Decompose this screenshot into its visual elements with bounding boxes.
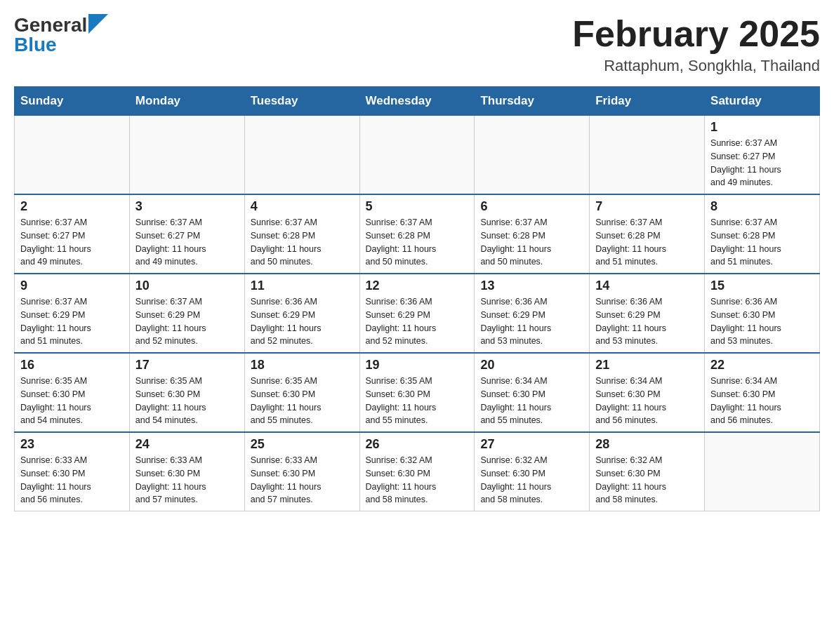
calendar-day-cell — [15, 116, 130, 195]
calendar-day-cell: 1Sunrise: 6:37 AMSunset: 6:27 PMDaylight… — [705, 116, 820, 195]
day-info: Sunrise: 6:35 AMSunset: 6:30 PMDaylight:… — [251, 375, 354, 427]
calendar-day-cell: 11Sunrise: 6:36 AMSunset: 6:29 PMDayligh… — [244, 274, 359, 353]
weekday-header-friday: Friday — [590, 87, 705, 116]
day-number: 24 — [135, 437, 239, 452]
calendar-day-cell: 12Sunrise: 6:36 AMSunset: 6:29 PMDayligh… — [359, 274, 475, 353]
day-info: Sunrise: 6:37 AMSunset: 6:27 PMDaylight:… — [710, 137, 814, 189]
day-number: 1 — [710, 120, 814, 135]
day-info: Sunrise: 6:36 AMSunset: 6:29 PMDaylight:… — [251, 295, 354, 348]
day-number: 22 — [710, 358, 814, 373]
calendar-day-cell: 28Sunrise: 6:32 AMSunset: 6:30 PMDayligh… — [590, 432, 705, 511]
calendar-day-cell: 4Sunrise: 6:37 AMSunset: 6:28 PMDaylight… — [244, 194, 359, 274]
day-info: Sunrise: 6:37 AMSunset: 6:29 PMDaylight:… — [20, 295, 124, 348]
day-number: 4 — [251, 199, 354, 214]
calendar-day-cell — [359, 116, 475, 195]
calendar-day-cell — [590, 116, 705, 195]
calendar-day-cell: 14Sunrise: 6:36 AMSunset: 6:29 PMDayligh… — [590, 274, 705, 353]
calendar-day-cell — [705, 432, 820, 511]
day-number: 23 — [20, 437, 124, 452]
logo-blue-text: Blue — [14, 34, 57, 56]
day-info: Sunrise: 6:37 AMSunset: 6:27 PMDaylight:… — [20, 216, 124, 269]
location-subtitle: Rattaphum, Songkhla, Thailand — [572, 57, 820, 75]
calendar-week-row: 23Sunrise: 6:33 AMSunset: 6:30 PMDayligh… — [15, 432, 820, 511]
day-info: Sunrise: 6:37 AMSunset: 6:28 PMDaylight:… — [710, 216, 814, 269]
day-number: 10 — [135, 279, 239, 293]
day-info: Sunrise: 6:37 AMSunset: 6:28 PMDaylight:… — [366, 216, 469, 269]
calendar-day-cell: 19Sunrise: 6:35 AMSunset: 6:30 PMDayligh… — [359, 353, 475, 432]
calendar-day-cell: 22Sunrise: 6:34 AMSunset: 6:30 PMDayligh… — [705, 353, 820, 432]
month-title: February 2025 — [572, 14, 820, 54]
calendar-day-cell: 9Sunrise: 6:37 AMSunset: 6:29 PMDaylight… — [15, 274, 130, 353]
day-info: Sunrise: 6:37 AMSunset: 6:28 PMDaylight:… — [595, 216, 699, 269]
calendar-day-cell: 7Sunrise: 6:37 AMSunset: 6:28 PMDaylight… — [590, 194, 705, 274]
day-number: 19 — [366, 358, 469, 373]
weekday-header-thursday: Thursday — [475, 87, 590, 116]
weekday-header-tuesday: Tuesday — [244, 87, 359, 116]
day-number: 14 — [595, 279, 699, 293]
day-info: Sunrise: 6:33 AMSunset: 6:30 PMDaylight:… — [135, 454, 239, 507]
day-info: Sunrise: 6:33 AMSunset: 6:30 PMDaylight:… — [20, 454, 124, 507]
calendar-week-row: 2Sunrise: 6:37 AMSunset: 6:27 PMDaylight… — [15, 194, 820, 274]
day-number: 9 — [20, 279, 124, 293]
day-info: Sunrise: 6:35 AMSunset: 6:30 PMDaylight:… — [135, 375, 239, 427]
day-info: Sunrise: 6:37 AMSunset: 6:28 PMDaylight:… — [251, 216, 354, 269]
day-info: Sunrise: 6:35 AMSunset: 6:30 PMDaylight:… — [366, 375, 469, 427]
day-number: 27 — [480, 437, 583, 452]
calendar-week-row: 1Sunrise: 6:37 AMSunset: 6:27 PMDaylight… — [15, 116, 820, 195]
calendar-week-row: 9Sunrise: 6:37 AMSunset: 6:29 PMDaylight… — [15, 274, 820, 353]
day-info: Sunrise: 6:36 AMSunset: 6:29 PMDaylight:… — [480, 295, 583, 348]
day-info: Sunrise: 6:34 AMSunset: 6:30 PMDaylight:… — [480, 375, 583, 427]
day-number: 11 — [251, 279, 354, 293]
calendar-day-cell: 15Sunrise: 6:36 AMSunset: 6:30 PMDayligh… — [705, 274, 820, 353]
day-number: 18 — [251, 358, 354, 373]
calendar-day-cell: 25Sunrise: 6:33 AMSunset: 6:30 PMDayligh… — [244, 432, 359, 511]
day-number: 8 — [710, 199, 814, 214]
day-info: Sunrise: 6:32 AMSunset: 6:30 PMDaylight:… — [595, 454, 699, 507]
calendar-day-cell: 21Sunrise: 6:34 AMSunset: 6:30 PMDayligh… — [590, 353, 705, 432]
title-block: February 2025 Rattaphum, Songkhla, Thail… — [572, 14, 820, 75]
logo-arrow-icon — [88, 14, 108, 34]
calendar-day-cell: 20Sunrise: 6:34 AMSunset: 6:30 PMDayligh… — [475, 353, 590, 432]
day-info: Sunrise: 6:36 AMSunset: 6:29 PMDaylight:… — [366, 295, 469, 348]
calendar-day-cell: 10Sunrise: 6:37 AMSunset: 6:29 PMDayligh… — [129, 274, 244, 353]
day-number: 13 — [480, 279, 583, 293]
calendar-day-cell: 2Sunrise: 6:37 AMSunset: 6:27 PMDaylight… — [15, 194, 130, 274]
calendar-day-cell: 3Sunrise: 6:37 AMSunset: 6:27 PMDaylight… — [129, 194, 244, 274]
day-info: Sunrise: 6:36 AMSunset: 6:29 PMDaylight:… — [595, 295, 699, 348]
calendar-day-cell: 23Sunrise: 6:33 AMSunset: 6:30 PMDayligh… — [15, 432, 130, 511]
calendar-day-cell: 8Sunrise: 6:37 AMSunset: 6:28 PMDaylight… — [705, 194, 820, 274]
day-number: 26 — [366, 437, 469, 452]
calendar-day-cell — [475, 116, 590, 195]
day-info: Sunrise: 6:33 AMSunset: 6:30 PMDaylight:… — [251, 454, 354, 507]
day-info: Sunrise: 6:37 AMSunset: 6:29 PMDaylight:… — [135, 295, 239, 348]
day-number: 25 — [251, 437, 354, 452]
weekday-header-wednesday: Wednesday — [359, 87, 475, 116]
day-info: Sunrise: 6:37 AMSunset: 6:28 PMDaylight:… — [480, 216, 583, 269]
weekday-header-sunday: Sunday — [15, 87, 130, 116]
day-number: 28 — [595, 437, 699, 452]
calendar-day-cell: 17Sunrise: 6:35 AMSunset: 6:30 PMDayligh… — [129, 353, 244, 432]
weekday-header-saturday: Saturday — [705, 87, 820, 116]
calendar-day-cell: 24Sunrise: 6:33 AMSunset: 6:30 PMDayligh… — [129, 432, 244, 511]
calendar-day-cell: 5Sunrise: 6:37 AMSunset: 6:28 PMDaylight… — [359, 194, 475, 274]
day-number: 15 — [710, 279, 814, 293]
calendar-day-cell: 16Sunrise: 6:35 AMSunset: 6:30 PMDayligh… — [15, 353, 130, 432]
day-number: 21 — [595, 358, 699, 373]
calendar-week-row: 16Sunrise: 6:35 AMSunset: 6:30 PMDayligh… — [15, 353, 820, 432]
day-info: Sunrise: 6:32 AMSunset: 6:30 PMDaylight:… — [366, 454, 469, 507]
calendar-day-cell: 13Sunrise: 6:36 AMSunset: 6:29 PMDayligh… — [475, 274, 590, 353]
day-number: 16 — [20, 358, 124, 373]
calendar-day-cell: 27Sunrise: 6:32 AMSunset: 6:30 PMDayligh… — [475, 432, 590, 511]
day-info: Sunrise: 6:32 AMSunset: 6:30 PMDaylight:… — [480, 454, 583, 507]
day-number: 2 — [20, 199, 124, 214]
day-info: Sunrise: 6:37 AMSunset: 6:27 PMDaylight:… — [135, 216, 239, 269]
calendar-day-cell — [129, 116, 244, 195]
calendar-day-cell — [244, 116, 359, 195]
day-number: 20 — [480, 358, 583, 373]
day-number: 3 — [135, 199, 239, 214]
day-info: Sunrise: 6:35 AMSunset: 6:30 PMDaylight:… — [20, 375, 124, 427]
page-header: General Blue February 2025 Rattaphum, So… — [14, 14, 820, 75]
weekday-header-monday: Monday — [129, 87, 244, 116]
calendar-day-cell: 18Sunrise: 6:35 AMSunset: 6:30 PMDayligh… — [244, 353, 359, 432]
logo: General Blue — [14, 14, 108, 56]
